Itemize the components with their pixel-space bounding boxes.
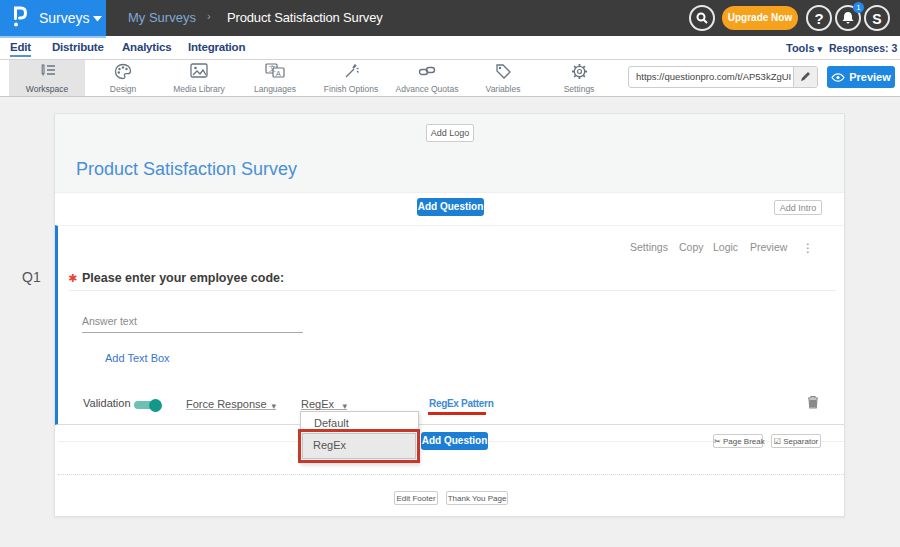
- svg-text:A: A: [276, 70, 281, 77]
- svg-text:文: 文: [269, 64, 276, 72]
